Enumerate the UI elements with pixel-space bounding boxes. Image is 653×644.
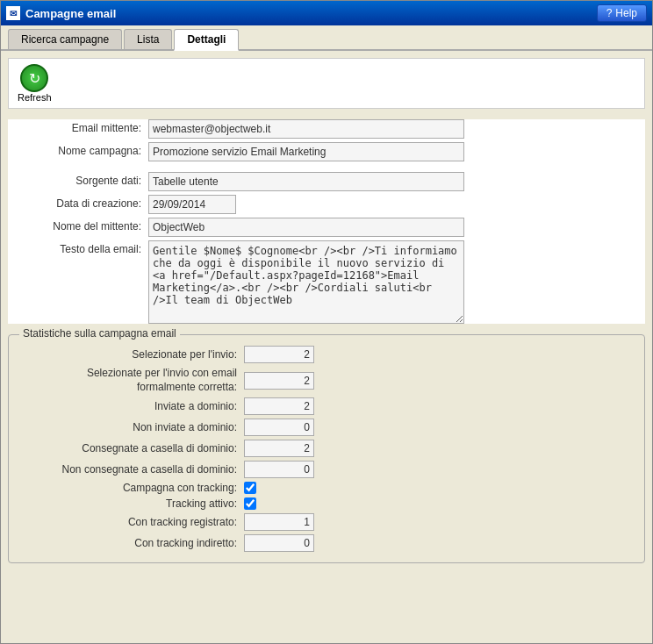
tab-bar: Ricerca campagne Lista Dettagli: [1, 25, 652, 51]
stat-selezionate-invio-label: Selezionate per l'invio:: [16, 348, 244, 361]
stat-non-consegnate-casella-label: Non consegnate a casella di dominio:: [16, 463, 244, 476]
refresh-label: Refresh: [18, 92, 52, 103]
stat-con-tracking-registrato-input[interactable]: [244, 513, 314, 531]
title-bar: ✉ Campagne email ? Help: [1, 1, 652, 25]
sorgente-dati-row: Sorgente dati:: [8, 172, 645, 191]
tab-lista[interactable]: Lista: [124, 29, 172, 49]
stat-selezionate-invio: Selezionate per l'invio:: [16, 346, 637, 363]
form-section: Email mittente: Nome campagna: Sorgente …: [8, 119, 645, 324]
stat-non-consegnate-casella: Non consegnate a casella di dominio:: [16, 461, 637, 478]
stat-tracking-attivo-label: Tracking attivo:: [16, 497, 244, 510]
stat-campagna-tracking-checkbox[interactable]: [244, 482, 256, 494]
data-creazione-input[interactable]: [148, 195, 236, 214]
tab-ricerca[interactable]: Ricerca campagne: [8, 29, 122, 49]
help-label: Help: [615, 7, 637, 19]
nome-campagna-input[interactable]: [148, 142, 464, 161]
content-area: Email mittente: Nome campagna: Sorgente …: [1, 116, 652, 570]
data-creazione-row: Data di creazione:: [8, 195, 645, 214]
toolbar: ↻ Refresh: [8, 58, 645, 109]
main-window: ✉ Campagne email ? Help Ricerca campagne…: [0, 0, 653, 644]
stat-con-tracking-indiretto-input[interactable]: [244, 534, 314, 552]
nome-mittente-input[interactable]: [148, 218, 464, 237]
email-mittente-row: Email mittente:: [8, 119, 645, 139]
window-title: Campagne email: [25, 7, 116, 20]
data-creazione-label: Data di creazione:: [8, 195, 148, 210]
nome-mittente-row: Nome del mittente:: [8, 218, 645, 237]
stat-campagna-tracking-label: Campagna con tracking:: [16, 482, 244, 494]
stat-consegnate-casella-input[interactable]: [244, 440, 314, 457]
stat-tracking-attivo: Tracking attivo:: [16, 497, 637, 510]
testo-email-label: Testo della email:: [8, 240, 148, 255]
title-bar-left: ✉ Campagne email: [6, 6, 116, 20]
stat-con-tracking-indiretto: Con tracking indiretto:: [16, 534, 637, 552]
stat-selezionate-invio-input[interactable]: [244, 346, 314, 363]
stat-inviate-dominio-input[interactable]: [244, 397, 314, 415]
refresh-icon: ↻: [20, 64, 48, 92]
stat-con-tracking-indiretto-label: Con tracking indiretto:: [16, 537, 244, 549]
email-icon: ✉: [6, 6, 20, 20]
stat-inviate-dominio: Inviate a dominio:: [16, 397, 637, 415]
testo-email-row: Testo della email: Gentile $Nome$ $Cogno…: [8, 240, 645, 324]
stat-consegnate-casella: Consegnate a casella di dominio:: [16, 440, 637, 457]
stat-non-inviate-dominio: Non inviate a dominio:: [16, 419, 637, 436]
stat-campagna-tracking: Campagna con tracking:: [16, 482, 637, 494]
nome-mittente-label: Nome del mittente:: [8, 218, 148, 233]
help-button[interactable]: ? Help: [597, 4, 647, 22]
stat-non-inviate-dominio-label: Non inviate a dominio:: [16, 421, 244, 433]
stat-con-tracking-registrato-label: Con tracking registrato:: [16, 516, 244, 528]
testo-email-textarea[interactable]: Gentile $Nome$ $Cognome<br /><br />Ti in…: [148, 240, 464, 324]
tab-dettagli[interactable]: Dettagli: [174, 29, 239, 51]
stat-inviate-dominio-label: Inviate a dominio:: [16, 400, 244, 412]
stat-non-consegnate-casella-input[interactable]: [244, 461, 314, 478]
stat-non-inviate-dominio-input[interactable]: [244, 419, 314, 436]
help-icon: ?: [606, 7, 613, 19]
nome-campagna-label: Nome campagna:: [8, 142, 148, 157]
sorgente-dati-label: Sorgente dati:: [8, 172, 148, 187]
stats-legend: Statistiche sulla campagna email: [19, 327, 180, 340]
sorgente-dati-input[interactable]: [148, 172, 464, 191]
email-mittente-input[interactable]: [148, 119, 464, 139]
nome-campagna-row: Nome campagna:: [8, 142, 645, 161]
stat-selezionate-corretta-label: Selezionate per l'invio con emailformalm…: [16, 367, 244, 394]
email-mittente-label: Email mittente:: [8, 119, 148, 134]
refresh-button[interactable]: ↻ Refresh: [18, 64, 52, 103]
stats-section: Statistiche sulla campagna email Selezio…: [8, 334, 645, 563]
stat-selezionate-corretta: Selezionate per l'invio con emailformalm…: [16, 367, 637, 394]
stat-consegnate-casella-label: Consegnate a casella di dominio:: [16, 442, 244, 454]
stat-selezionate-corretta-input[interactable]: [244, 372, 314, 390]
stat-tracking-attivo-checkbox[interactable]: [244, 497, 256, 510]
stat-con-tracking-registrato: Con tracking registrato:: [16, 513, 637, 531]
